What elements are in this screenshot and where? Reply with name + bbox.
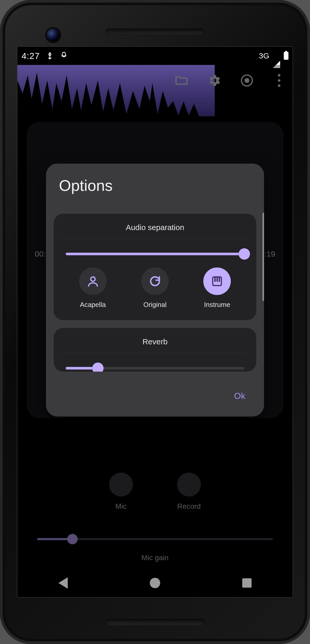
divider (63, 353, 247, 353)
piano-icon (203, 267, 231, 295)
nav-recent-button[interactable] (242, 578, 252, 588)
modal-actions: Ok (46, 379, 264, 417)
nav-home-button[interactable] (150, 578, 160, 588)
phone-frame: 4:27 3G (0, 0, 310, 644)
mode-instrumental-button[interactable]: Instrume (187, 267, 247, 309)
nav-back-button[interactable] (58, 577, 68, 589)
signal-icon (273, 51, 280, 61)
modal-body[interactable]: Audio separation Ac (46, 206, 264, 372)
mode-original-button[interactable]: Original (125, 267, 185, 309)
svg-rect-5 (217, 277, 218, 282)
ok-button[interactable]: Ok (228, 387, 252, 405)
separation-mode-row: Acapella Original (63, 267, 247, 309)
mode-acapella-button[interactable]: Acapella (63, 267, 123, 309)
svg-rect-4 (214, 277, 216, 282)
phone-earpiece (106, 29, 204, 35)
reverb-slider[interactable] (66, 363, 244, 372)
status-left: 4:27 (22, 51, 68, 61)
battery-icon (284, 52, 288, 60)
mode-label: Original (143, 301, 167, 309)
screen: 4:27 3G (17, 47, 293, 597)
options-modal: Options Audio separation (46, 164, 264, 417)
svg-rect-6 (219, 277, 220, 282)
svg-point-2 (91, 277, 95, 281)
status-bar: 4:27 3G (17, 47, 293, 65)
modal-title: Options (59, 177, 251, 194)
reverb-card: Reverb (54, 328, 256, 372)
person-icon (79, 267, 107, 295)
modal-header: Options (46, 164, 264, 206)
audio-separation-title: Audio separation (63, 223, 247, 232)
status-time: 4:27 (22, 51, 40, 61)
status-right: 3G (259, 51, 288, 61)
phone-front-camera (47, 29, 60, 42)
reverb-title: Reverb (63, 337, 247, 346)
mode-label: Acapella (80, 301, 106, 309)
app-area: 00: :19 Mic Record (17, 65, 293, 569)
usb-icon (46, 52, 54, 60)
refresh-icon (141, 267, 169, 295)
status-network-label: 3G (259, 51, 269, 60)
audio-separation-card: Audio separation Ac (54, 214, 256, 320)
scrollbar-thumb[interactable] (262, 213, 264, 301)
phone-speaker (106, 619, 204, 626)
status-misc-icon (60, 52, 68, 60)
divider (63, 239, 247, 239)
system-nav-bar (17, 569, 293, 597)
audio-separation-slider[interactable] (66, 248, 244, 260)
mode-label: Instrume (204, 301, 230, 309)
